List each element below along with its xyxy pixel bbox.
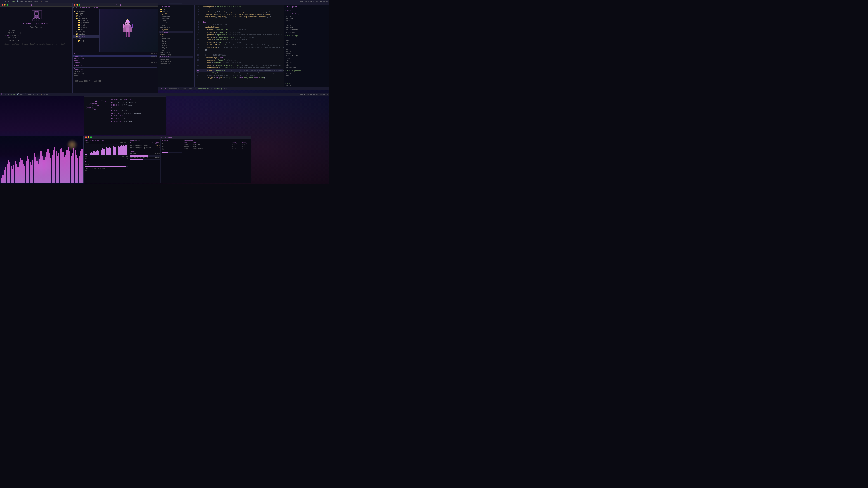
ft-item-wm[interactable]: wm bbox=[159, 49, 193, 51]
cpu-title: CPU - 1.53 1.14 0.78 bbox=[85, 140, 128, 142]
fm-file-flakenix[interactable]: flake.nix 2.26 K bbox=[73, 55, 157, 57]
erp-item-wm[interactable]: wm bbox=[285, 48, 328, 51]
fm-file-hardensh[interactable]: harden.sh bbox=[73, 70, 157, 72]
proc-col-cpu: CPU(%) bbox=[232, 142, 241, 144]
fm-tree-personal[interactable]: 📁 personal bbox=[73, 22, 98, 24]
fm-tree-dotfiles[interactable]: ▾ .dotfiles bbox=[73, 10, 98, 13]
ft-item-lang[interactable]: lang bbox=[159, 40, 193, 42]
browser-nav-newtab[interactable]: [t] [New tab] bbox=[3, 37, 69, 39]
sysmon-panel: System Monitor CPU - 1.53 1.14 0.78 100%… bbox=[84, 135, 251, 183]
erp-item-wmtype[interactable]: wmType bbox=[285, 51, 328, 53]
erp-item-np-patches[interactable]: patches bbox=[285, 79, 328, 81]
browser-nav-close[interactable]: [x] [Close tab] bbox=[3, 39, 69, 41]
sm-close-btn[interactable] bbox=[85, 136, 87, 138]
fm-file-flakenix2[interactable]: flake.nix bbox=[73, 68, 157, 70]
erp-item-system[interactable]: system bbox=[285, 15, 328, 18]
erp-item-np-system[interactable]: system bbox=[285, 72, 328, 74]
ft-item-flakenix[interactable]: flake.nix bbox=[159, 56, 193, 58]
ft-item-work[interactable]: work bbox=[159, 20, 193, 22]
memory-section: Memory 100% EAM: 95 5.761G/02.016 0% bbox=[85, 161, 128, 171]
fm-min-btn[interactable] bbox=[76, 4, 78, 6]
ft-item-system[interactable]: ▸ system bbox=[159, 29, 193, 31]
erp-item-hostname[interactable]: hostname bbox=[285, 18, 328, 20]
erp-item-browser[interactable]: browser bbox=[285, 53, 328, 55]
fm-tree-user[interactable]: ▾ user bbox=[73, 37, 98, 40]
ft-item-pkgs[interactable]: pkgs bbox=[159, 42, 193, 44]
editor-code-area[interactable]: 1 description = "Flake of LibrePhoenix";… bbox=[195, 5, 284, 87]
erp-item-np-name[interactable]: name bbox=[285, 74, 328, 76]
erp-item-fontpkg[interactable]: fontPkg bbox=[285, 62, 328, 64]
fm-close-btn[interactable] bbox=[74, 4, 75, 6]
ft-item-readmeorg[interactable]: README.org bbox=[159, 51, 193, 54]
erp-item-editor[interactable]: editor bbox=[285, 64, 328, 66]
ft-item-hardware[interactable]: hardware bbox=[159, 38, 193, 40]
erp-item-theme[interactable]: theme bbox=[285, 46, 328, 48]
ft-item-readme[interactable]: README.org bbox=[159, 26, 193, 29]
erp-item-email[interactable]: email bbox=[285, 41, 328, 43]
ft-item-personal[interactable]: personal bbox=[159, 18, 193, 20]
fm-file-license[interactable]: LICENSE 34.2 K bbox=[73, 62, 157, 64]
min-btn[interactable] bbox=[4, 4, 6, 6]
ft-item-shell[interactable]: shell bbox=[159, 44, 193, 47]
ft-item-worklab[interactable]: worklab bbox=[159, 22, 193, 24]
fm-file-readmeorg[interactable]: README.org bbox=[73, 64, 157, 66]
close-btn[interactable] bbox=[2, 4, 3, 6]
ft-item-homelab[interactable]: home.lab bbox=[159, 15, 193, 18]
erp-item-grubdevice[interactable]: grubDevice bbox=[285, 31, 328, 33]
ft-item-hardensh[interactable]: harden.sh bbox=[159, 58, 193, 60]
fm-file-flakelock[interactable]: flake.lock 27.5 K bbox=[73, 53, 157, 55]
browser-nav-search[interactable]: [o] [Search] bbox=[3, 29, 69, 31]
ft-item-git[interactable]: 📁 .git bbox=[159, 8, 193, 11]
ft-item-profiles[interactable]: ▾ profiles bbox=[159, 13, 193, 15]
erp-item-defaultroamdir[interactable]: defaultRoamDir bbox=[285, 55, 328, 57]
ft-item-style[interactable]: style bbox=[159, 47, 193, 49]
erp-item-timezone[interactable]: timezone bbox=[285, 22, 328, 24]
fm-tree-system[interactable]: 📁 system bbox=[73, 33, 98, 35]
sm-min-btn[interactable] bbox=[88, 136, 89, 138]
ft-item-app[interactable]: app bbox=[159, 35, 193, 38]
erp-item-np-src[interactable]: src bbox=[285, 76, 328, 79]
bottom-battery: 100% bbox=[10, 93, 15, 95]
erp-item-locale[interactable]: locale bbox=[285, 24, 328, 26]
vis-bar bbox=[54, 147, 55, 183]
fm-tree-wsl[interactable]: 📁 wsl bbox=[73, 29, 98, 31]
nf-line-shell: CN SHELL: zsh bbox=[111, 117, 164, 120]
fm-tree-profiles[interactable]: 📁 profiles bbox=[73, 17, 98, 20]
erp-item-bootmode[interactable]: bootMode bbox=[285, 26, 328, 29]
erp-item-pkgs-system[interactable]: system bbox=[285, 85, 328, 87]
fm-file-installsh[interactable]: install.sh bbox=[73, 60, 157, 62]
vis-bar bbox=[70, 156, 72, 183]
erp-item-spawneditor[interactable]: spawnEditor bbox=[285, 66, 328, 68]
ft-item-themes[interactable]: ▸ themes bbox=[159, 31, 193, 33]
browser-nav-bookmarks[interactable]: [b] [Quickmarks] bbox=[3, 32, 69, 34]
ft-item-installsh[interactable]: install.sh bbox=[159, 63, 193, 65]
fm-file-installorg2[interactable]: install.org bbox=[73, 72, 157, 75]
browser-nav-history[interactable]: [S h] [History] bbox=[3, 34, 69, 36]
erp-item-name[interactable]: name bbox=[285, 39, 328, 41]
fm-tree-readme[interactable]: README.org bbox=[73, 31, 98, 33]
fm-tree-homelab[interactable]: 📁 home.lab bbox=[73, 20, 98, 22]
erp-item-term[interactable]: term bbox=[285, 57, 328, 59]
fm-tree-app[interactable]: 📁 app bbox=[73, 40, 98, 42]
fm-tree-work[interactable]: 📁 work bbox=[73, 24, 98, 26]
fm-tree-patches[interactable]: 📁 patches bbox=[73, 15, 98, 17]
erp-item-profile[interactable]: profile bbox=[285, 20, 328, 22]
sm-max-btn[interactable] bbox=[90, 136, 92, 138]
max-btn[interactable] bbox=[6, 4, 8, 6]
ft-item-desktop[interactable]: desktop.png bbox=[159, 54, 193, 56]
fm-max-btn[interactable] bbox=[79, 4, 81, 6]
fm-tree-git[interactable]: 📁 .git bbox=[73, 13, 98, 15]
file-name-installorg: install.org bbox=[74, 58, 84, 59]
erp-item-username[interactable]: username bbox=[285, 37, 328, 39]
fm-file-installsh2[interactable]: install.sh bbox=[73, 75, 157, 77]
fm-tree-worklab[interactable]: 📁 worklab bbox=[73, 26, 98, 29]
ft-item-wsl[interactable]: wsl bbox=[159, 24, 193, 26]
ft-item-patches[interactable]: 📁 patches bbox=[159, 11, 193, 13]
fm-tree-themes[interactable]: 📁 themes bbox=[73, 35, 98, 37]
erp-item-bootmountpath[interactable]: bootMountPath bbox=[285, 29, 328, 31]
ft-item-user[interactable]: ▾ user bbox=[159, 33, 193, 35]
erp-item-font[interactable]: font bbox=[285, 59, 328, 62]
ft-item-installorg[interactable]: install.org bbox=[159, 60, 193, 63]
erp-item-dotfilesdir[interactable]: dotfilesDir bbox=[285, 43, 328, 46]
fm-file-installorg[interactable]: install.org bbox=[73, 57, 157, 60]
